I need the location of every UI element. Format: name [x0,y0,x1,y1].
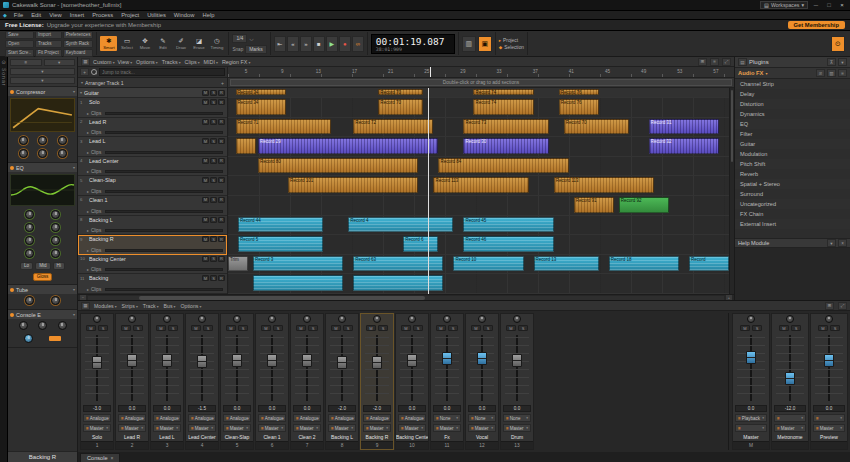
console-strip-metronome[interactable]: MS-12.0MasterMetronome [771,313,809,450]
volume-fader[interactable] [81,332,113,404]
fader-handle[interactable] [442,352,452,365]
chevron-down-icon[interactable]: ▾ [827,239,836,247]
track-backing-center[interactable]: 10Backing CenterMSR▸Clips [78,255,227,275]
drive-knob[interactable] [24,334,33,343]
compressor-knob[interactable] [58,136,67,145]
console-strip-backing-r[interactable]: MS-2.0AnalogueMasterBacking R9 [360,313,394,450]
eq-knob[interactable] [51,210,60,219]
compressor-knob[interactable] [38,136,47,145]
clip[interactable]: Record 10 [453,256,523,272]
tube-header[interactable]: Tube ▾ [8,285,77,294]
menu-project[interactable]: Project [117,12,143,18]
console-strip-backing-center[interactable]: MS0.0AnalogueMasterBacking Center10 [395,313,429,450]
lane-caret-icon[interactable]: ▸ [87,189,89,194]
clip[interactable]: Record [689,256,729,272]
solo-button[interactable]: S [518,325,528,331]
category-channel-strip[interactable]: Channel Strip [735,79,850,89]
solo-button[interactable]: S [203,325,213,331]
mute-button[interactable]: M [331,325,341,331]
input-select[interactable] [774,414,806,422]
workspaces-dropdown[interactable]: ▤ Workspaces ▾ [760,1,808,9]
eq-knob[interactable] [25,236,34,245]
app-menu-icon[interactable]: ◆ [3,12,7,18]
inspector-menu-icon[interactable]: ▾ [44,59,76,66]
console-strip-preview[interactable]: MS0.0MasterPreview [810,313,848,450]
clip[interactable] [236,138,256,154]
browser-tab-icon[interactable]: ▤ [738,58,747,66]
snap-resolution-dropdown[interactable]: 1/4 [232,34,247,43]
audio-fx-dropdown[interactable]: Audio FX [738,70,763,76]
folder-caret-icon[interactable]: ▾ [80,90,82,95]
volume-fader[interactable] [221,332,253,404]
track-guitar[interactable]: ▾GuitarMSR [78,88,227,98]
lane-caret-icon[interactable]: ▸ [87,111,89,116]
pan-knob[interactable] [513,315,521,323]
magnet-icon[interactable]: ◡ [249,36,253,41]
m-button[interactable]: M [202,217,209,223]
eq-graph[interactable] [10,174,75,206]
pan-knob[interactable] [443,315,451,323]
menu-insert[interactable]: Insert [66,12,89,18]
clip[interactable]: Record 70 [378,89,423,95]
lane-caret-icon[interactable]: ▸ [87,130,89,135]
synth-rack-button[interactable]: Synth Rack [63,40,94,48]
fader-handle[interactable] [785,372,795,385]
pan-knob[interactable] [373,315,381,323]
input-select[interactable]: Analogue [363,414,391,422]
category-external-insert[interactable]: External Insert [735,219,850,229]
solo-button[interactable]: S [483,325,493,331]
input-select[interactable] [813,414,845,422]
compressor-knob[interactable] [19,136,28,145]
console-strip-master[interactable]: MS0.0PlaybackMasterM [732,313,770,450]
console-strip-lead-r[interactable]: MS0.0AnalogueMasterLead R2 [115,313,149,450]
category-pitch-shift[interactable]: Pitch Shift [735,159,850,169]
track-lead-center[interactable]: 4Lead CenterMSR▸Clips [78,157,227,177]
hscroll-handle[interactable] [139,296,425,300]
fader-handle[interactable] [92,356,102,369]
menu-utilities[interactable]: Utilities [143,12,170,18]
fader-handle[interactable] [477,352,487,365]
s-button[interactable]: S [210,99,217,105]
r-button[interactable]: R [218,158,225,164]
output-select[interactable] [735,424,767,432]
console-strip-lead-l[interactable]: MS0.0AnalogueMasterLead L3 [150,313,184,450]
volume-fader[interactable] [326,332,358,404]
compressor-knob[interactable] [58,149,67,158]
fader-handle[interactable] [372,356,382,369]
output-select[interactable]: Master [258,424,286,432]
lane-caret-icon[interactable]: ▸ [87,248,89,253]
input-select[interactable]: None [503,414,531,422]
close-icon[interactable]: × [111,455,114,461]
m-button[interactable]: M [202,177,209,183]
mute-button[interactable]: M [86,325,96,331]
stop-button[interactable]: ■ [313,36,325,52]
clip[interactable]: Record 70 [378,99,423,115]
r-button[interactable]: R [218,275,225,281]
lane-caret-icon[interactable]: ▸ [87,150,89,155]
view-mode-icon[interactable]: ▥ [827,69,836,77]
clip[interactable]: Record 18 [609,256,679,272]
pan-knob[interactable] [478,315,486,323]
track-backing-r[interactable]: 9Backing RMSR▸Clips [78,235,227,255]
category-filter[interactable]: Filter [735,129,850,139]
track-backing[interactable]: 11BackingMSR▸Clips [78,274,227,294]
eq-knob[interactable] [25,210,34,219]
console-emulator-header[interactable]: Console E ▾ [8,310,77,319]
fader-handle[interactable] [267,354,277,367]
menu-file[interactable]: File [10,12,27,18]
menu-edit[interactable]: Edit [27,12,45,18]
play-button[interactable]: ▶ [326,36,338,52]
output-select[interactable]: Master [398,424,426,432]
m-button[interactable]: M [202,90,209,96]
m-button[interactable]: M [202,158,209,164]
tool-select[interactable]: ▭Select [118,36,135,51]
fader-handle[interactable] [746,351,756,364]
output-select[interactable]: Master [774,424,806,432]
eq-knob[interactable] [25,223,34,232]
clip[interactable]: Record 76 [559,89,599,95]
tube-knob[interactable] [51,296,60,305]
pan-knob[interactable] [93,315,101,323]
clip[interactable]: Record 6 [403,236,438,252]
lane-caret-icon[interactable]: ▸ [87,169,89,174]
category-modulation[interactable]: Modulation [735,149,850,159]
